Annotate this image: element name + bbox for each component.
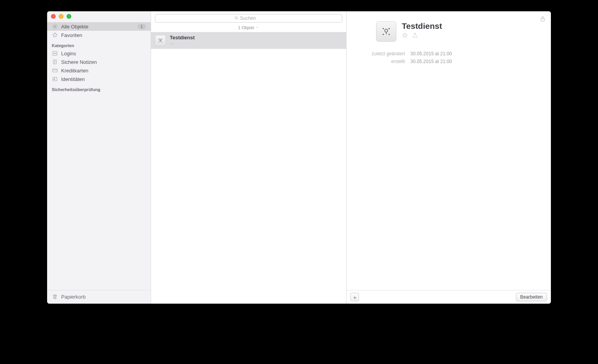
sidebar-item-label: Favoriten [61, 32, 146, 38]
sidebar-item-secure-notes[interactable]: Sichere Notizen [47, 58, 151, 66]
sidebar-item-credit-cards[interactable]: Kreditkarten [47, 66, 151, 75]
chevron-down-icon [255, 25, 259, 30]
zoom-window-button[interactable] [67, 14, 71, 19]
sidebar-item-label: Papierkorb [61, 294, 146, 300]
svg-point-9 [159, 39, 159, 39]
detail-title-actions [402, 32, 442, 39]
sidebar-item-identities[interactable]: Identitäten [47, 75, 151, 83]
search-icon [234, 16, 239, 21]
svg-point-2 [54, 53, 55, 54]
svg-point-18 [389, 34, 390, 35]
item-count-label: 1 Objekt [238, 25, 254, 30]
svg-point-11 [159, 42, 159, 42]
modified-label: zuletzt geändert [362, 51, 405, 56]
sidebar-item-trash[interactable]: Papierkorb [47, 290, 151, 304]
search-bar [151, 11, 346, 24]
close-window-button[interactable] [51, 14, 56, 19]
sidebar: Alle Objekte 1 Favoriten Kategorien [47, 11, 151, 304]
created-label: erstellt [362, 59, 405, 64]
sidebar-header-security-audit: Sicherheitsüberprüfung [47, 83, 151, 93]
list-item-labels: Testdienst — [170, 35, 195, 46]
svg-point-17 [383, 34, 384, 35]
trash-icon [52, 294, 58, 300]
star-icon [52, 32, 58, 38]
search-input[interactable] [240, 16, 264, 21]
svg-point-10 [162, 39, 162, 39]
svg-point-6 [54, 78, 55, 79]
sidebar-item-favorites[interactable]: Favoriten [47, 31, 151, 39]
svg-point-7 [235, 16, 237, 19]
sidebar-header-categories: Kategorien [47, 39, 151, 49]
search-field[interactable] [155, 14, 342, 23]
vault-icon [376, 21, 396, 42]
lock-icon[interactable] [539, 15, 546, 22]
svg-point-15 [383, 28, 384, 29]
svg-point-8 [160, 39, 161, 41]
list-item[interactable]: Testdienst — [151, 32, 346, 49]
modified-value: 30.05.2015 at 21:00 [410, 51, 539, 56]
edit-button[interactable]: Bearbeiten [516, 293, 547, 301]
svg-point-12 [162, 42, 162, 42]
svg-point-14 [385, 29, 387, 32]
svg-point-0 [54, 26, 56, 27]
key-icon [52, 50, 58, 56]
favorite-star-icon[interactable] [402, 32, 408, 39]
vault-icon [155, 35, 166, 46]
detail-title: Testdienst [402, 21, 442, 31]
item-count-dropdown[interactable]: 1 Objekt [151, 24, 346, 32]
credit-card-icon [52, 67, 58, 74]
svg-rect-13 [541, 18, 545, 21]
sidebar-item-label: Kreditkarten [61, 68, 146, 74]
sidebar-list: Alle Objekte 1 Favoriten Kategorien [47, 22, 151, 290]
minimize-window-button[interactable] [59, 14, 63, 19]
item-list-column: 1 Objekt Testdienst — [151, 11, 346, 304]
detail-header: Testdienst [346, 11, 551, 51]
list-item-title: Testdienst [170, 35, 195, 41]
svg-point-16 [389, 28, 390, 29]
detail-footer: ＋ Bearbeiten [346, 290, 551, 304]
detail-metadata: zuletzt geändert 30.05.2015 at 21:00 ers… [350, 51, 551, 64]
sidebar-item-label: Identitäten [61, 76, 146, 82]
svg-rect-4 [53, 69, 57, 72]
sidebar-item-label: Alle Objekte [61, 24, 134, 30]
sidebar-item-logins[interactable]: Logins [47, 49, 151, 58]
share-icon[interactable] [412, 32, 418, 39]
list-item-subtitle: — [170, 41, 195, 46]
sidebar-item-label: Logins [61, 51, 146, 56]
sidebar-item-all-items[interactable]: Alle Objekte 1 [47, 22, 151, 31]
identity-icon [52, 76, 58, 82]
plus-icon: ＋ [352, 294, 358, 300]
detail-pane: Testdienst zuletz [346, 11, 551, 304]
app-window: Alle Objekte 1 Favoriten Kategorien [47, 11, 551, 304]
window-controls [51, 14, 71, 19]
item-list: Testdienst — [151, 32, 346, 304]
add-item-button[interactable]: ＋ [350, 293, 359, 301]
sidebar-item-label: Sichere Notizen [61, 59, 146, 65]
note-icon [52, 59, 58, 65]
gear-icon [52, 23, 58, 30]
sidebar-item-count: 1 [137, 24, 146, 29]
created-value: 30.05.2015 at 21:00 [410, 59, 539, 64]
detail-title-block: Testdienst [402, 21, 442, 39]
